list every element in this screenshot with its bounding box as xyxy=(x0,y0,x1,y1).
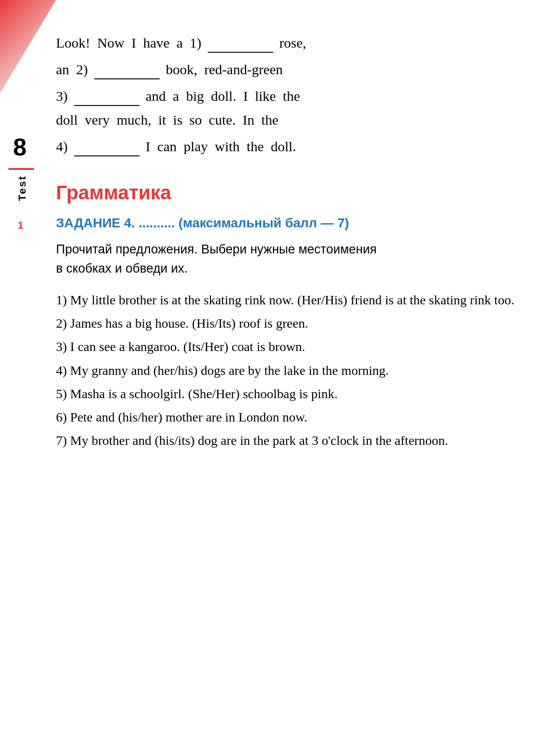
grammar-title: Грамматика xyxy=(56,182,532,204)
sidebar-test-number: 1 xyxy=(18,219,23,232)
blank-3 xyxy=(74,81,140,106)
task-instruction: Прочитай предложения. Выбери нужные мест… xyxy=(56,240,532,278)
task-item-2: 2) James has a big house. (His/Its) roof… xyxy=(56,313,532,334)
main-content: Look! Now I have a 1) rose, an 2) book, … xyxy=(56,28,532,717)
task-item-5: 5) Masha is a schoolgirl. (She/Her) scho… xyxy=(56,383,532,405)
task-item-4: 4) My granny and (her/his) dogs are by t… xyxy=(56,360,532,381)
page-number: 8 xyxy=(13,133,27,161)
instruction-line2: в скобках и обведи их. xyxy=(56,261,188,275)
line2-post: book, red-and-green xyxy=(166,62,283,77)
blank-1 xyxy=(208,28,273,53)
task-header: ЗАДАНИЕ 4. .......... (максимальный балл… xyxy=(56,216,532,231)
line2-pre: an 2) xyxy=(56,62,88,77)
sidebar-test-label: Test xyxy=(16,175,28,201)
line3-post: and a big doll. I like the xyxy=(146,88,300,104)
line1-post: rose, xyxy=(280,35,306,50)
grammar-section: Грамматика ЗАДАНИЕ 4. .......... (максим… xyxy=(56,182,532,451)
instruction-line1: Прочитай предложения. Выбери нужные мест… xyxy=(56,242,377,256)
top-english-section: Look! Now I have a 1) rose, an 2) book, … xyxy=(56,28,532,158)
task-item-7: 7) My brother and (his/its) dog are in t… xyxy=(56,430,532,451)
left-sidebar: 8 Test 1 xyxy=(0,0,47,745)
blank-2 xyxy=(94,55,160,79)
line4: doll very much, it is so cute. In the xyxy=(56,112,279,127)
line3-pre: 3) xyxy=(56,88,68,104)
line5-pre: 4) xyxy=(56,139,68,154)
task-item-3: 3) I can see a kangaroo. (Its/Her) coat … xyxy=(56,336,532,358)
task-items-list: 1) My little brother is at the skating r… xyxy=(56,289,532,451)
red-divider xyxy=(8,168,34,170)
english-text-block: Look! Now I have a 1) rose, an 2) book, … xyxy=(56,28,532,158)
task-item-1: 1) My little brother is at the skating r… xyxy=(56,289,532,311)
line5-post: I can play with the doll. xyxy=(146,139,296,154)
task-item-6: 6) Pete and (his/her) mother are in Lond… xyxy=(56,407,532,428)
line1-pre: Look! Now I have a 1) xyxy=(56,35,202,50)
page: 8 Test 1 Look! Now I have a 1) rose, an … xyxy=(0,0,560,745)
blank-4 xyxy=(74,132,140,156)
